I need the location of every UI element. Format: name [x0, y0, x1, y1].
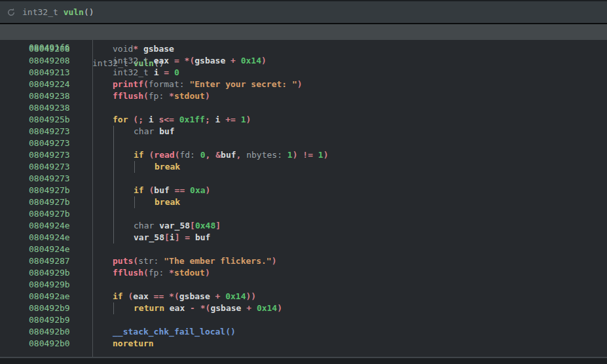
code-token[interactable]: 1: [318, 150, 323, 160]
function-signature-line[interactable]: 080491f6 int32_t vuln(): [0, 24, 607, 40]
code-token[interactable]: buf: [154, 185, 169, 195]
line-address[interactable]: 0804924e: [29, 244, 70, 255]
code-token[interactable]: eax: [154, 56, 169, 65]
line-address[interactable]: 08049224: [29, 79, 70, 90]
code-token[interactable]: stdout: [174, 91, 205, 101]
code-token[interactable]: eax: [170, 303, 185, 313]
code-token[interactable]: i: [149, 115, 154, 124]
code-token[interactable]: for: [113, 115, 133, 124]
code-token[interactable]: *: [169, 91, 174, 101]
code-token[interactable]: [: [190, 221, 195, 230]
code-token[interactable]: ;: [205, 115, 215, 124]
code-token[interactable]: int32_t: [113, 67, 154, 77]
code-token[interactable]: +: [225, 56, 240, 65]
code-line[interactable]: 0804927bif (buf == 0xa): [0, 185, 607, 196]
code-line[interactable]: 08049273break: [0, 161, 607, 173]
code-line[interactable]: 08049208void* gsbase: [0, 43, 607, 55]
code-token[interactable]: ): [261, 56, 267, 65]
code-line[interactable]: 08049224printf(format: "Enter your secre…: [0, 79, 607, 90]
code-token[interactable]: buf: [221, 150, 236, 160]
code-token[interactable]: 0x14: [225, 291, 246, 301]
code-line[interactable]: 08049273: [0, 173, 607, 185]
line-address[interactable]: 08049208: [29, 43, 70, 55]
code-line[interactable]: 0804924echar var_58[0x48]: [0, 220, 607, 232]
code-line[interactable]: 0804927b: [0, 208, 607, 220]
code-token[interactable]: fd:: [179, 150, 200, 160]
code-line[interactable]: 08049287puts(str: "The ember flickers."): [0, 255, 607, 267]
code-token[interactable]: 0: [174, 67, 179, 77]
code-token[interactable]: char: [134, 126, 159, 136]
code-token[interactable]: =: [158, 67, 174, 77]
code-token[interactable]: buf: [195, 232, 210, 242]
code-token[interactable]: ==: [170, 185, 190, 195]
line-address[interactable]: 08049238: [29, 102, 70, 114]
code-token[interactable]: - *(: [185, 303, 210, 313]
code-token[interactable]: ): [323, 150, 329, 160]
code-token[interactable]: , &: [206, 150, 221, 160]
code-line[interactable]: 080492b0noreturn: [0, 338, 607, 350]
code-token[interactable]: fflush: [113, 268, 143, 278]
line-address[interactable]: 0804924e: [29, 232, 70, 244]
line-address[interactable]: 08049273: [29, 149, 70, 161]
code-token[interactable]: "Enter your secret: ": [189, 79, 297, 89]
code-line[interactable]: 08049273if (read(fd: 0, &buf, nbytes: 1)…: [0, 149, 607, 161]
code-token[interactable]: var_58: [159, 221, 190, 230]
code-token[interactable]: s<=: [154, 115, 179, 124]
code-token[interactable]: )): [246, 291, 257, 301]
line-address[interactable]: 0804927b: [29, 185, 70, 196]
line-address[interactable]: 08049208: [29, 55, 70, 67]
code-token[interactable]: ] =: [175, 232, 195, 242]
code-token[interactable]: fp:: [149, 268, 169, 278]
code-token[interactable]: (: [143, 79, 149, 89]
code-token[interactable]: fflush: [113, 91, 143, 101]
code-token[interactable]: buf: [159, 126, 174, 136]
code-token[interactable]: if: [134, 150, 149, 160]
code-token[interactable]: ): [277, 303, 282, 313]
code-line[interactable]: 0804929bfflush(fp: *stdout): [0, 267, 607, 279]
code-token[interactable]: fp:: [149, 91, 169, 101]
code-token[interactable]: (: [143, 268, 149, 278]
code-token[interactable]: puts: [113, 256, 133, 266]
code-token[interactable]: gsbase: [143, 44, 174, 54]
code-token[interactable]: == *(: [149, 291, 179, 301]
line-address[interactable]: 0804929b: [29, 279, 70, 291]
code-line[interactable]: 08049273char buf: [0, 126, 607, 137]
code-token[interactable]: break: [155, 197, 180, 207]
refresh-icon[interactable]: [0, 8, 22, 17]
code-token[interactable]: 0x48: [195, 221, 215, 230]
code-token[interactable]: *: [169, 268, 174, 278]
code-line[interactable]: 0804924evar_58[i] = buf: [0, 232, 607, 244]
line-address[interactable]: 080492b9: [29, 302, 70, 314]
code-line[interactable]: 08049208int32_t eax = *(gsbase + 0x14): [0, 55, 607, 67]
header-function-name[interactable]: vuln: [64, 7, 84, 17]
line-address[interactable]: 0804924e: [29, 220, 70, 232]
code-token[interactable]: gsbase: [194, 56, 225, 65]
code-token[interactable]: 1: [241, 115, 246, 124]
code-token[interactable]: char: [134, 221, 159, 230]
code-token[interactable]: i: [170, 232, 175, 242]
code-token[interactable]: (: [143, 91, 149, 101]
line-address[interactable]: 080492b9: [29, 314, 70, 326]
code-token[interactable]: (;: [133, 115, 148, 124]
code-token[interactable]: str:: [138, 256, 164, 266]
line-address[interactable]: 080492ae: [29, 291, 70, 302]
line-address[interactable]: 0804929b: [29, 267, 70, 279]
code-token[interactable]: 0x14: [257, 303, 277, 313]
code-token[interactable]: ): [205, 268, 210, 278]
line-address[interactable]: 08049273: [29, 161, 70, 173]
line-address[interactable]: 0804927b: [29, 196, 70, 208]
line-address[interactable]: 0804927b: [29, 208, 70, 220]
code-token[interactable]: 0xa: [190, 185, 205, 195]
code-line[interactable]: 080492b9return eax - *(gsbase + 0x14): [0, 302, 607, 314]
code-token[interactable]: ): [246, 115, 251, 124]
line-address[interactable]: 080492b0: [29, 338, 70, 350]
line-address[interactable]: 08049273: [29, 137, 70, 149]
code-token[interactable]: format:: [149, 79, 190, 89]
code-token[interactable]: return: [134, 303, 170, 313]
code-line[interactable]: 0804927bbreak: [0, 196, 607, 208]
code-token[interactable]: if: [134, 185, 149, 195]
code-token[interactable]: if: [113, 291, 128, 301]
line-address[interactable]: 08049273: [29, 173, 70, 185]
line-address[interactable]: 0804925b: [29, 114, 70, 126]
code-token[interactable]: printf: [113, 79, 143, 89]
